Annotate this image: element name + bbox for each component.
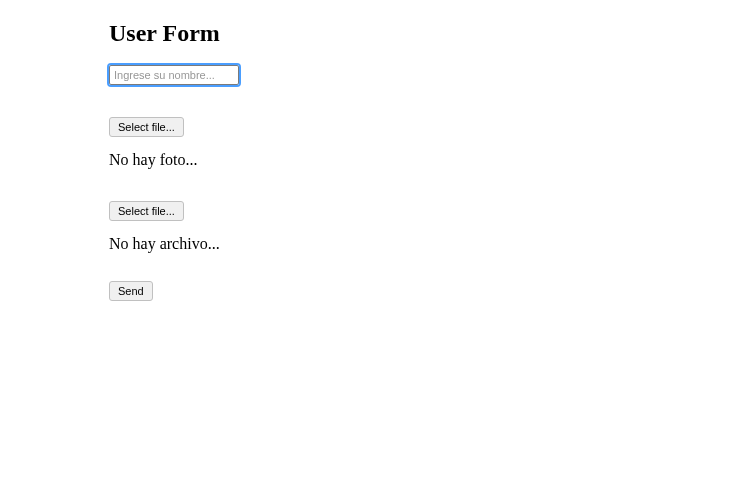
select-file-button[interactable]: Select file...: [109, 201, 184, 221]
form-container: User Form Select file... No hay foto... …: [0, 0, 744, 301]
file-row: Select file... No hay archivo...: [109, 201, 744, 253]
send-button[interactable]: Send: [109, 281, 153, 301]
file-status: No hay archivo...: [109, 235, 744, 253]
name-input[interactable]: [109, 65, 239, 85]
page-title: User Form: [109, 20, 744, 47]
photo-status: No hay foto...: [109, 151, 744, 169]
select-photo-button[interactable]: Select file...: [109, 117, 184, 137]
photo-row: Select file... No hay foto...: [109, 117, 744, 169]
